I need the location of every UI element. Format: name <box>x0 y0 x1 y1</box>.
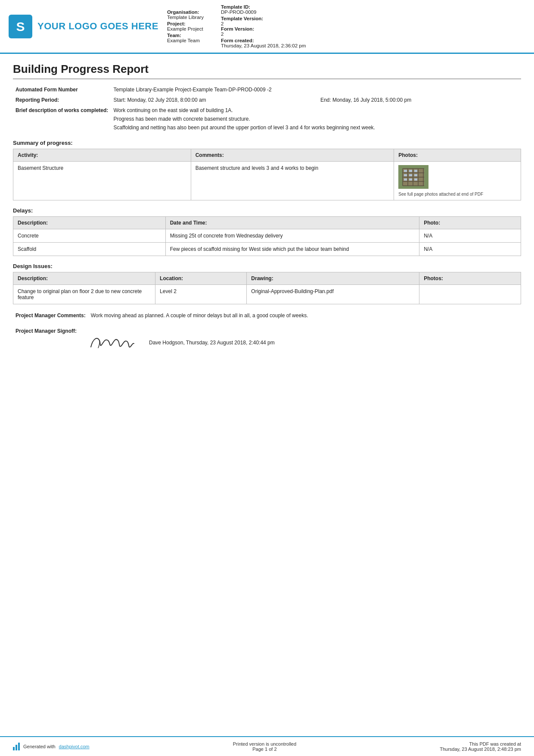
project-row: Project: Example Project <box>167 21 204 31</box>
delays-table: Description: Date and Time: Photo: Concr… <box>13 216 521 256</box>
team-value: Example Team <box>167 38 204 43</box>
reporting-period-start: Start: Monday, 02 July 2018, 8:00:00 am <box>111 95 318 105</box>
delays-header-row: Description: Date and Time: Photo: <box>13 217 521 229</box>
delays-description-1: Concrete <box>13 229 166 243</box>
svg-rect-21 <box>409 178 412 181</box>
template-id-value: DP-PROD-0009 <box>221 9 306 15</box>
bar-1 <box>13 747 15 750</box>
pm-signoff-table: Project Manager Signoff: Dave Hodgson, T… <box>13 326 521 358</box>
delays-photo-1: N/A <box>419 229 521 243</box>
svg-rect-19 <box>414 174 417 176</box>
design-issues-table: Description: Location: Drawing: Photos: … <box>13 272 521 304</box>
form-version-label: Form Version: <box>221 26 254 31</box>
template-id-label: Template ID: <box>221 4 250 9</box>
summary-section-header: Summary of progress: <box>13 140 521 146</box>
brief-line-3: Scaffolding and netting has also been pu… <box>113 125 518 131</box>
page-footer: Generated with dashpivot.com Printed ver… <box>0 736 534 756</box>
design-description-1: Change to original plan on floor 2 due t… <box>13 285 155 304</box>
reporting-period-end: End: Monday, 16 July 2018, 5:00:00 pm <box>318 95 521 105</box>
design-col-description: Description: <box>13 272 155 285</box>
summary-comments-1: Basement structure and levels 3 and 4 wo… <box>191 162 394 200</box>
template-id-row: Template ID: DP-PROD-0009 <box>221 4 306 15</box>
info-table: Automated Form Number Template Library-E… <box>13 84 521 133</box>
photo-thumbnail <box>398 165 428 189</box>
team-row: Team: Example Team <box>167 33 204 43</box>
logo-icon: S <box>9 15 32 38</box>
svg-rect-14 <box>404 170 407 172</box>
footer-pdf-label: This PDF was created at <box>440 741 521 747</box>
delays-description-2: Scaffold <box>13 243 166 256</box>
delays-section-header: Delays: <box>13 207 521 214</box>
delays-datetime-2: Few pieces of scaffold missing for West … <box>165 243 419 256</box>
delays-row-1: Concrete Missing 25t of concrete from We… <box>13 229 521 243</box>
pm-signoff-label-text: Project Manager Signoff: <box>16 328 77 334</box>
signature-area: Dave Hodgson, Thursday, 23 August 2018, … <box>84 330 518 356</box>
summary-col-photos: Photos: <box>394 149 521 162</box>
summary-row-1: Basement Structure Basement structure an… <box>13 162 521 200</box>
summary-photos-1: See full page photos attached at end of … <box>394 162 521 200</box>
dashpivot-icon <box>13 743 20 750</box>
header-meta-right: Template ID: DP-PROD-0009 Template Versi… <box>221 4 306 48</box>
pm-signoff-row: Project Manager Signoff: Dave Hodgson, T… <box>13 326 521 358</box>
svg-rect-15 <box>409 170 412 172</box>
header-meta-left: Organisation: Template Library Project: … <box>167 4 204 48</box>
design-drawing-1: Original-Approved-Building-Plan.pdf <box>247 285 419 304</box>
form-created-value: Thursday, 23 August 2018, 2:36:02 pm <box>221 43 306 48</box>
brief-line-1: Work continuing on the east side wall of… <box>113 107 518 113</box>
footer-uncontrolled: Printed version is uncontrolled <box>233 741 296 747</box>
dashpivot-link[interactable]: dashpivot.com <box>59 744 90 749</box>
form-created-label: Form created: <box>221 38 254 43</box>
summary-header-row: Activity: Comments: Photos: <box>13 149 521 162</box>
design-row-1: Change to original plan on floor 2 due t… <box>13 285 521 304</box>
pm-comments-label: Project Manager Comments: <box>13 310 88 321</box>
pm-comments-label-text: Project Manager Comments: <box>16 312 86 319</box>
reporting-period-row: Reporting Period: Start: Monday, 02 July… <box>13 95 521 105</box>
header-meta: Organisation: Template Library Project: … <box>167 4 521 48</box>
design-col-drawing: Drawing: <box>247 272 419 285</box>
delays-col-datetime: Date and Time: <box>165 217 419 229</box>
footer-left: Generated with dashpivot.com <box>13 743 90 750</box>
design-issues-section-header: Design Issues: <box>13 263 521 269</box>
svg-rect-16 <box>414 170 417 172</box>
pm-signoff-content: Dave Hodgson, Thursday, 23 August 2018, … <box>82 326 521 358</box>
template-version-value: 2 <box>221 21 306 26</box>
summary-col-comments: Comments: <box>191 149 394 162</box>
pm-signoff-label: Project Manager Signoff: <box>13 326 82 358</box>
org-value: Template Library <box>167 15 204 20</box>
main-content: Building Progress Report Automated Form … <box>0 54 534 372</box>
summary-activity-1: Basement Structure <box>13 162 191 200</box>
pm-comments-row: Project Manager Comments: Work moving ah… <box>13 310 521 321</box>
pm-comments-value: Work moving ahead as planned. A couple o… <box>88 310 521 321</box>
brief-description-row: Brief description of works completed: Wo… <box>13 105 521 133</box>
project-label: Project: <box>167 21 186 26</box>
summary-col-activity: Activity: <box>13 149 191 162</box>
photo-caption: See full page photos attached at end of … <box>398 192 516 197</box>
reporting-period-label: Reporting Period: <box>13 95 111 105</box>
org-row: Organisation: Template Library <box>167 9 204 20</box>
signature-image <box>84 330 140 356</box>
signature-svg <box>84 330 140 356</box>
design-col-location: Location: <box>155 272 247 285</box>
pm-signoff-name: Dave Hodgson, Thursday, 23 August 2018, … <box>149 340 275 346</box>
brief-description-value: Work continuing on the east side wall of… <box>111 105 521 133</box>
page-header: S YOUR LOGO GOES HERE Organisation: Temp… <box>0 0 534 54</box>
design-header-row: Description: Location: Drawing: Photos: <box>13 272 521 285</box>
pm-comments-table: Project Manager Comments: Work moving ah… <box>13 310 521 321</box>
summary-table: Activity: Comments: Photos: Basement Str… <box>13 149 521 200</box>
team-label: Team: <box>167 33 181 38</box>
delays-photo-2: N/A <box>419 243 521 256</box>
footer-right: This PDF was created at Thursday, 23 Aug… <box>440 741 521 752</box>
delays-col-description: Description: <box>13 217 166 229</box>
template-version-row: Template Version: 2 Form Version: 2 <box>221 16 306 37</box>
automated-form-label: Automated Form Number <box>13 84 111 95</box>
svg-text:S: S <box>16 19 25 34</box>
form-created-row: Form created: Thursday, 23 August 2018, … <box>221 38 306 48</box>
automated-form-value: Template Library-Example Project-Example… <box>111 84 521 95</box>
brief-line-2: Progress has been made with concrete bas… <box>113 116 518 122</box>
delays-row-2: Scaffold Few pieces of scaffold missing … <box>13 243 521 256</box>
design-photo-1 <box>419 285 521 304</box>
svg-rect-20 <box>404 178 407 181</box>
report-title: Building Progress Report <box>13 62 521 79</box>
logo-area: S YOUR LOGO GOES HERE <box>9 4 158 48</box>
org-label: Organisation: <box>167 9 199 15</box>
